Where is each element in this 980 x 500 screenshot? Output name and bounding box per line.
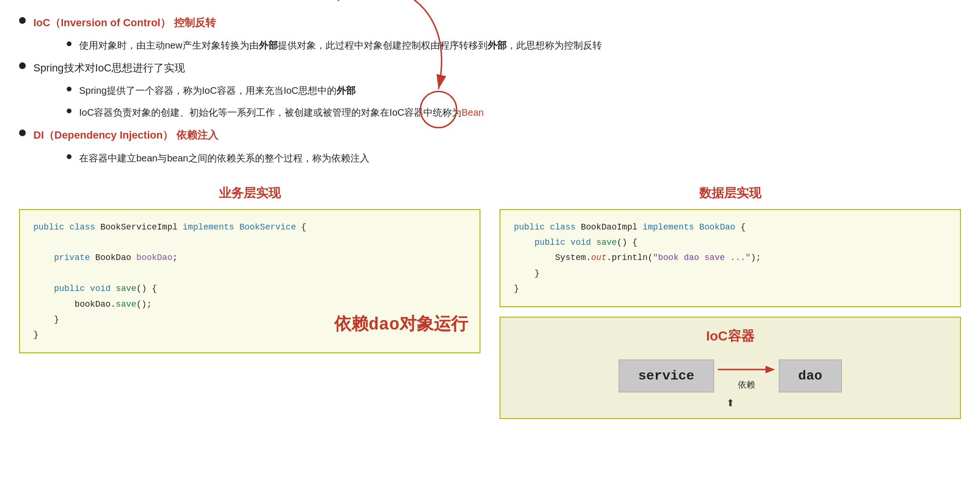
rcode-line-1: public class BookDaoImpl implements Book… [514, 220, 947, 235]
svg-marker-3 [766, 366, 775, 373]
code-line-5: public void save() { [33, 281, 466, 296]
spring-ioc-heading: Spring技术对IoC思想进行了实现 [33, 60, 185, 76]
ioc-title: IoC（Inversion of Control） [33, 17, 171, 29]
bullet-dot-sub2 [67, 87, 71, 91]
rcode-line-4: } [514, 266, 947, 281]
ioc-arrow-line [718, 361, 775, 378]
bullet-dot-3 [19, 130, 26, 136]
code-line-2 [33, 235, 466, 250]
di-title-prefix: DI（Dependency Injection） [33, 129, 173, 141]
code-line-3: private BookDao bookDao; [33, 250, 466, 265]
bullet-dot-sub4 [67, 154, 71, 159]
ioc-service-node: service [619, 360, 714, 392]
left-code-box: public class BookServiceImpl implements … [19, 209, 480, 353]
di-sub1: 在容器中建立bean与bean之间的依赖关系的整个过程，称为依赖注入 [48, 150, 961, 166]
rcode-line-5: } [514, 281, 947, 296]
di-heading: DI（Dependency Injection） 依赖注入 [33, 127, 218, 143]
ioc-heading: IoC（Inversion of Control） 控制反转 [33, 14, 216, 31]
ioc-container-box: IoC容器 service 依赖 dao [500, 317, 961, 419]
dependency-label: 依赖 [738, 379, 755, 390]
bullet-dot-sub1 [67, 41, 71, 46]
code-line-1: public class BookServiceImpl implements … [33, 220, 466, 235]
main-content: IoC（Inversion of Control） 控制反转 使用对象时，由主动… [19, 14, 961, 419]
spring-sub1-text: Spring提供了一个容器，称为IoC容器，用来充当IoC思想中的外部 [79, 83, 356, 98]
left-code-title: 业务层实现 [19, 185, 480, 201]
bullet-list: IoC（Inversion of Control） 控制反转 使用对象时，由主动… [19, 14, 961, 166]
ioc-title-suffix: 控制反转 [174, 17, 216, 29]
ioc-sub1-text: 使用对象时，由主动new产生对象转换为由外部提供对象，此过程中对象创建控制权由程… [79, 38, 602, 53]
ioc-container-title: IoC容器 [514, 327, 947, 345]
ioc-sub1: 使用对象时，由主动new产生对象转换为由外部提供对象，此过程中对象创建控制权由程… [48, 38, 961, 53]
left-code-column: 业务层实现 public class BookServiceImpl imple… [19, 185, 480, 419]
spring-ioc-heading-item: Spring技术对IoC思想进行了实现 [19, 60, 961, 76]
code-section: 业务层实现 public class BookServiceImpl imple… [19, 185, 961, 419]
spring-sub2: IoC容器负责对象的创建、初始化等一系列工作，被创建或被管理的对象在IoC容器中… [48, 105, 961, 120]
cursor-icon: ⬆ [514, 397, 947, 409]
di-heading-item: DI（Dependency Injection） 依赖注入 [19, 127, 961, 143]
bullet-dot-1 [19, 17, 26, 24]
dependency-arrow-svg [718, 361, 775, 378]
right-code-title: 数据层实现 [500, 185, 961, 201]
bullet-dot-sub3 [67, 109, 71, 113]
ioc-dao-node: dao [779, 360, 842, 392]
rcode-line-3: System.out.println("book dao save ..."); [514, 250, 947, 265]
ioc-arrow-group: 依赖 [718, 361, 775, 390]
depend-label: 依赖dao对象运行 [334, 310, 468, 341]
spring-sub1: Spring提供了一个容器，称为IoC容器，用来充当IoC思想中的外部 [48, 83, 961, 98]
ioc-heading-item: IoC（Inversion of Control） 控制反转 [19, 14, 961, 31]
right-code-top: 数据层实现 public class BookDaoImpl implement… [500, 185, 961, 307]
code-line-4 [33, 266, 466, 281]
rcode-line-2: public void save() { [514, 235, 947, 250]
ioc-diagram: service 依赖 dao [514, 355, 947, 402]
right-code-column: 数据层实现 public class BookDaoImpl implement… [500, 185, 961, 419]
di-sub1-text: 在容器中建立bean与bean之间的依赖关系的整个过程，称为依赖注入 [79, 150, 369, 166]
spring-sub2-text: IoC容器负责对象的创建、初始化等一系列工作，被创建或被管理的对象在IoC容器中… [79, 105, 484, 120]
bullet-dot-2 [19, 62, 26, 69]
di-title-suffix: 依赖注入 [176, 129, 218, 141]
right-code-box: public class BookDaoImpl implements Book… [500, 209, 961, 307]
